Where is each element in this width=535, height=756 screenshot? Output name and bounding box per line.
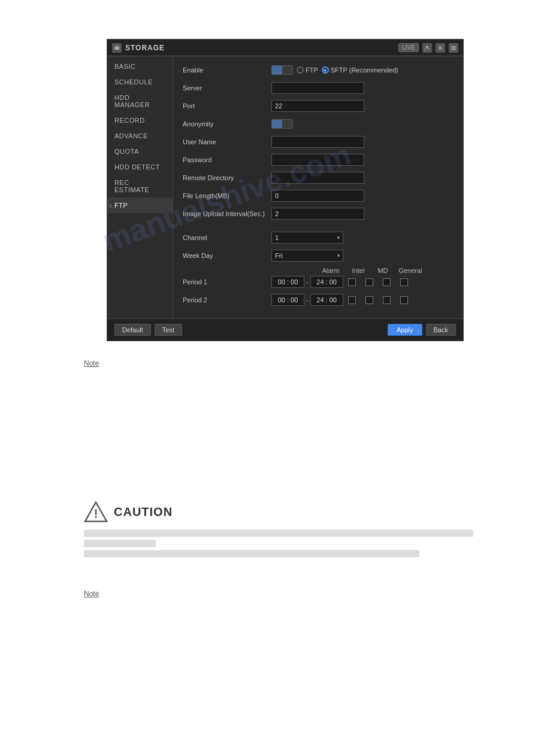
caution-bar-1 <box>84 530 473 537</box>
server-input[interactable] <box>271 82 364 94</box>
ftp-radio-option[interactable]: FTP <box>297 66 318 74</box>
bottom-bar: Default Test Apply Back <box>107 318 463 341</box>
anonymity-label: Anonymity <box>183 120 271 127</box>
sidebar: BASIC SCHEDULE HDD MANAGER RECORD ADVANC… <box>107 56 173 318</box>
sidebar-item-quota[interactable]: QUOTA <box>107 144 173 159</box>
anon-toggle-off <box>282 120 292 128</box>
image-upload-input[interactable] <box>271 208 364 220</box>
svg-text:!: ! <box>94 507 98 520</box>
anonymity-toggle[interactable] <box>271 119 293 129</box>
apply-button[interactable]: Apply <box>388 324 422 336</box>
port-input[interactable] <box>271 100 364 112</box>
enable-row: Enable FTP SFTP (Recommended) <box>183 63 454 77</box>
storage-icon <box>112 43 122 53</box>
svg-rect-5 <box>451 49 456 50</box>
title-bar: STORAGE LIVE <box>107 40 463 56</box>
period1-checkboxes <box>348 278 408 286</box>
live-badge: LIVE <box>398 43 419 52</box>
period1-md-check[interactable] <box>383 278 391 286</box>
sidebar-item-advance[interactable]: ADVANCE <box>107 128 173 144</box>
col-general: General <box>398 267 422 274</box>
sidebar-item-rec-estimate[interactable]: REC ESTIMATE <box>107 175 173 198</box>
period1-start[interactable] <box>271 276 304 288</box>
content-area: BASIC SCHEDULE HDD MANAGER RECORD ADVANC… <box>107 56 463 318</box>
weekday-select[interactable]: Mon Tue Wed Thu Fri Sat Sun <box>271 250 343 262</box>
period1-general-check[interactable] <box>400 278 408 286</box>
user-icon[interactable] <box>422 43 432 53</box>
period2-label: Period 2 <box>183 296 271 303</box>
period1-alarm-check[interactable] <box>348 278 356 286</box>
caution-bar-3 <box>84 550 419 557</box>
period1-intel-check[interactable] <box>365 278 373 286</box>
note1-text: Note <box>84 359 511 368</box>
period2-start[interactable] <box>271 294 304 306</box>
default-button[interactable]: Default <box>114 324 151 336</box>
period2-time: - <box>271 294 343 306</box>
password-input[interactable] <box>271 154 364 166</box>
username-row: User Name <box>183 135 454 148</box>
settings-icon[interactable] <box>449 43 458 53</box>
left-buttons: Default Test <box>114 324 182 336</box>
period2-intel-check[interactable] <box>365 296 373 304</box>
column-headers: Alarm Intel MD General <box>271 267 454 274</box>
enable-controls: FTP SFTP (Recommended) <box>271 65 398 75</box>
period2-md-check[interactable] <box>383 296 391 304</box>
note2-section: Note <box>84 590 99 598</box>
col-alarm: Alarm <box>322 267 340 274</box>
below-section: Note <box>84 359 511 374</box>
period2-alarm-check[interactable] <box>348 296 356 304</box>
username-input[interactable] <box>271 136 364 148</box>
port-label: Port <box>183 102 271 110</box>
file-length-input[interactable] <box>271 190 364 202</box>
period1-time: - <box>271 276 343 288</box>
svg-rect-1 <box>115 45 119 47</box>
password-label: Password <box>183 156 271 163</box>
test-button[interactable]: Test <box>155 324 182 336</box>
svg-rect-4 <box>451 47 456 48</box>
main-panel: Enable FTP SFTP (Recommended) <box>173 56 463 318</box>
anonymity-row: Anonymity <box>183 117 454 130</box>
enable-toggle[interactable] <box>271 65 293 75</box>
title-bar-controls: LIVE <box>398 43 458 53</box>
sidebar-item-schedule[interactable]: SCHEDULE <box>107 74 173 90</box>
back-button[interactable]: Back <box>426 324 456 336</box>
toggle-on <box>272 66 282 74</box>
col-md: MD <box>377 267 389 274</box>
image-upload-label: Image Upload Interval(Sec.) <box>183 210 271 217</box>
remote-dir-input[interactable] <box>271 172 364 184</box>
svg-rect-3 <box>451 46 456 47</box>
weekday-select-wrapper: Mon Tue Wed Thu Fri Sat Sun ▼ <box>271 250 343 262</box>
file-length-row: File Length(MB) <box>183 189 454 202</box>
exit-icon[interactable] <box>436 43 445 53</box>
right-buttons: Apply Back <box>388 324 456 336</box>
ftp-radio[interactable] <box>297 66 304 74</box>
period1-end[interactable] <box>310 276 343 288</box>
sftp-label: SFTP (Recommended) <box>331 66 398 74</box>
caution-header: ! CAUTION <box>84 500 487 524</box>
enable-label: Enable <box>183 66 271 74</box>
file-length-label: File Length(MB) <box>183 192 271 199</box>
period2-checkboxes <box>348 296 408 304</box>
weekday-label: Week Day <box>183 252 271 259</box>
sftp-radio-option[interactable]: SFTP (Recommended) <box>322 66 398 74</box>
port-row: Port <box>183 99 454 113</box>
remote-dir-row: Remote Directory <box>183 171 454 184</box>
toggle-off <box>282 66 292 74</box>
sidebar-item-ftp[interactable]: FTP <box>107 198 173 213</box>
sidebar-item-hdd-manager[interactable]: HDD MANAGER <box>107 90 173 113</box>
channel-select[interactable]: 1 2 3 4 <box>271 232 343 244</box>
period2-general-check[interactable] <box>400 296 408 304</box>
sidebar-item-record[interactable]: RECORD <box>107 113 173 128</box>
col-intel: Intel <box>349 267 367 274</box>
sidebar-item-basic[interactable]: BASIC <box>107 59 173 74</box>
sidebar-item-hdd-detect[interactable]: HDD DETECT <box>107 159 173 175</box>
window-title: STORAGE <box>125 44 398 52</box>
period2-end[interactable] <box>310 294 343 306</box>
sftp-radio[interactable] <box>322 66 329 74</box>
period1-row: Period 1 - <box>183 275 454 289</box>
channel-label: Channel <box>183 234 271 241</box>
image-upload-row: Image Upload Interval(Sec.) <box>183 207 454 220</box>
caution-bar-2 <box>84 540 156 547</box>
server-row: Server <box>183 81 454 95</box>
remote-dir-label: Remote Directory <box>183 174 271 181</box>
